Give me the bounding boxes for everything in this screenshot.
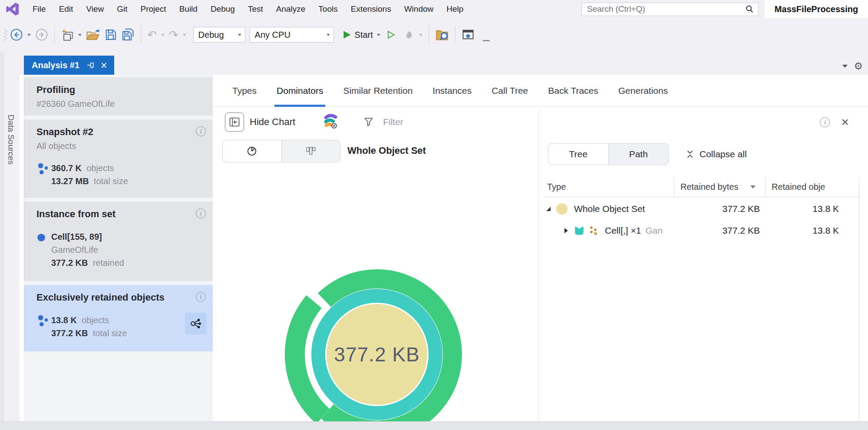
toolbar-overflow-button[interactable] [483, 40, 490, 41]
hot-reload-button[interactable] [401, 25, 417, 44]
data-sources-vertical-tab[interactable]: Data Sources [6, 115, 16, 165]
object-set-bucket-icon [573, 225, 585, 237]
profiling-title: Profiling [36, 84, 205, 96]
back-history-dropdown[interactable] [27, 34, 31, 36]
standard-toolbar: ↶ ↷ Debug Any CPU Start [0, 18, 868, 51]
menu-window[interactable]: Window [398, 0, 440, 18]
hide-chart-button[interactable]: Hide Chart [225, 112, 295, 132]
document-tab-analysis-1[interactable]: Analysis #1 × [24, 56, 114, 75]
document-tab-strip: Analysis #1 × ⚙ [0, 51, 868, 75]
tab-instances[interactable]: Instances [422, 75, 482, 107]
open-retention-graph-button[interactable] [185, 313, 207, 334]
start-debugging-button[interactable]: Start [340, 25, 385, 44]
tab-list-dropdown-icon[interactable] [842, 65, 848, 68]
tab-generations[interactable]: Generations [608, 75, 678, 107]
collapse-all-button[interactable]: Collapse all [685, 149, 747, 159]
row-retained-objects: 13.8 K [765, 225, 859, 236]
expanded-triangle-icon[interactable] [545, 206, 551, 212]
menu-view[interactable]: View [79, 0, 110, 18]
filter-funnel-icon [363, 116, 374, 128]
column-header-type[interactable]: Type [543, 182, 674, 192]
new-project-button[interactable] [59, 25, 76, 44]
pie-chart-icon [246, 146, 257, 157]
menu-project[interactable]: Project [134, 0, 173, 18]
grid-header: Type Retained bytes Retained obje [543, 177, 859, 197]
search-icon[interactable] [745, 4, 754, 14]
pin-icon[interactable] [86, 61, 95, 69]
exclusively-retained-card[interactable]: Exclusively retained objects i 13.8 K ob… [24, 285, 213, 351]
close-icon[interactable]: × [841, 116, 849, 129]
filter-field[interactable]: Filter [363, 116, 403, 128]
new-project-icon [61, 28, 74, 41]
collapse-all-label: Collapse all [700, 149, 747, 159]
profiling-card[interactable]: Profiling #26360 GameOfLife [24, 77, 213, 116]
sunburst-view-button[interactable] [223, 140, 282, 162]
collapsed-triangle-icon[interactable] [563, 228, 569, 234]
menu-help[interactable]: Help [440, 0, 470, 18]
configuration-value: Debug [198, 30, 224, 40]
tab-similar-retention[interactable]: Similar Retention [333, 75, 422, 107]
find-in-files-button[interactable] [433, 25, 451, 44]
column-header-retained-objects[interactable]: Retained obje [765, 177, 859, 197]
redo-button[interactable]: ↷ [167, 25, 181, 44]
info-icon[interactable]: i [196, 126, 206, 136]
icicle-view-button[interactable] [282, 140, 340, 162]
sunburst-visibility-button[interactable] [323, 113, 338, 131]
close-tab-icon[interactable]: × [101, 60, 107, 71]
exclusive-title: Exclusively retained objects [36, 292, 205, 303]
open-folder-icon [86, 28, 100, 41]
menu-edit[interactable]: Edit [53, 0, 80, 18]
info-icon[interactable]: i [820, 117, 830, 127]
info-icon[interactable]: i [196, 292, 206, 302]
menu-build[interactable]: Build [173, 0, 204, 18]
path-view-button[interactable]: Path [609, 144, 669, 165]
dominators-chart-region: Whole Object Set 377.2 KB [214, 135, 538, 421]
quick-search-input[interactable] [581, 3, 759, 16]
toolbar-separator [54, 26, 55, 43]
find-in-files-icon [435, 28, 449, 41]
exclusive-size-label: total size [93, 328, 127, 338]
instance-from-set-card[interactable]: Instance from set i Cell[155, 89] GameOf… [24, 202, 213, 281]
exclusive-size-value: 377.2 KB [51, 328, 88, 338]
menu-extensions[interactable]: Extensions [344, 0, 398, 18]
table-row[interactable]: Whole Object Set 377.2 KB 13.8 K [543, 198, 859, 220]
redo-dropdown[interactable] [183, 34, 186, 36]
hot-reload-dropdown[interactable] [419, 34, 422, 36]
save-all-button[interactable] [119, 25, 137, 44]
solution-name-button[interactable]: MassFileProcessing [765, 0, 868, 18]
start-dropdown[interactable] [377, 34, 380, 36]
save-button[interactable] [102, 25, 119, 44]
configuration-dropdown[interactable]: Debug [193, 27, 245, 43]
table-row[interactable]: Cell[,] ×1 Gan 377.2 KB 13.8 K [543, 220, 859, 241]
menu-debug[interactable]: Debug [204, 0, 241, 18]
undo-dropdown[interactable] [161, 34, 165, 36]
column-header-retained-bytes[interactable]: Retained bytes [674, 177, 765, 197]
start-without-debugging-button[interactable] [385, 25, 398, 44]
row-retained-bytes: 377.2 KB [674, 225, 765, 236]
tab-types[interactable]: Types [222, 75, 267, 107]
toolbar-drag-handle[interactable] [3, 26, 8, 43]
platform-dropdown[interactable]: Any CPU [250, 27, 334, 43]
menu-file[interactable]: File [26, 0, 53, 18]
tree-view-button[interactable]: Tree [548, 144, 609, 165]
exclusive-objects-value: 13.8 K [51, 315, 77, 325]
undo-button[interactable]: ↶ [145, 25, 159, 44]
row-namespace: Gan [645, 225, 663, 236]
menu-test[interactable]: Test [241, 0, 270, 18]
open-folder-button[interactable] [84, 25, 102, 44]
hide-chart-label: Hide Chart [250, 116, 295, 128]
tab-call-tree[interactable]: Call Tree [482, 75, 538, 107]
menu-analyze[interactable]: Analyze [270, 0, 312, 18]
gear-icon[interactable]: ⚙ [854, 61, 863, 71]
snapshot-card[interactable]: Snapshot #2 All objects i 360.7 K object… [24, 119, 213, 198]
tab-back-traces[interactable]: Back Traces [538, 75, 608, 107]
navigate-forward-button[interactable] [33, 25, 50, 44]
navigate-back-button[interactable] [8, 25, 25, 44]
menu-git[interactable]: Git [110, 0, 134, 18]
solution-explorer-button[interactable] [459, 25, 477, 44]
info-icon[interactable]: i [196, 208, 206, 218]
panel-splitter[interactable] [538, 109, 539, 421]
tab-dominators[interactable]: Dominators [267, 75, 333, 107]
menu-tools[interactable]: Tools [312, 0, 344, 18]
new-project-dropdown[interactable] [78, 34, 82, 36]
